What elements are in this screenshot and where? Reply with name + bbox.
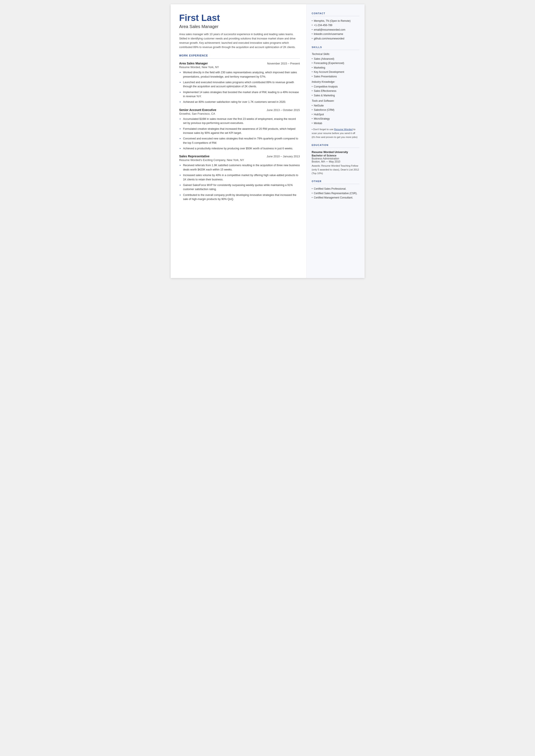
list-item: Accumulated $16M in sales revenue over t…: [179, 117, 300, 126]
list-item: +1-234-456-789: [312, 23, 359, 27]
job-1-title: Area Sales Manager: [179, 62, 208, 65]
skills-divider: [312, 50, 359, 50]
list-item: email@resumeworded.com: [312, 28, 359, 32]
skills-tools-list: NetSuite Salesforce (CRM) HubSpot MicroS…: [312, 103, 359, 126]
skills-technical-list: Sales (Advanced) Forecasting (Experience…: [312, 57, 359, 79]
name: First Last: [179, 13, 300, 23]
list-item: Contributed to the overall company profi…: [179, 193, 300, 202]
job-2-header: Senior Account Executive June 2013 – Oct…: [179, 108, 300, 112]
job-1: Area Sales Manager November 2015 – Prese…: [179, 62, 300, 104]
job-1-company: Resume Worded, New York, NY: [179, 66, 300, 69]
left-column: First Last Area Sales Manager Area sales…: [171, 4, 306, 278]
list-item: Memphis, TN (Open to Remote): [312, 19, 359, 23]
list-item: Sales Effectiveness: [312, 89, 359, 93]
skills-title: SKILLS: [312, 46, 359, 48]
edu-location: Boston, MA — May 2010: [312, 160, 359, 163]
list-item: Sales & Marketing: [312, 93, 359, 98]
promo-text: • Don't forget to use Resume Worded to s…: [312, 127, 359, 139]
job-1-header: Area Sales Manager November 2015 – Prese…: [179, 62, 300, 65]
list-item: Conceived and executed new sales strateg…: [179, 137, 300, 145]
list-item: Implemented 14 sales strategies that boo…: [179, 90, 300, 99]
list-item: Sales Presentations: [312, 74, 359, 79]
skills-industry-label: Industry Knowledge:: [312, 80, 359, 83]
education-title: EDUCATION: [312, 144, 359, 146]
job-3-title: Sales Representative: [179, 154, 210, 158]
right-column: CONTACT Memphis, TN (Open to Remote) +1-…: [306, 4, 365, 278]
resume-document: First Last Area Sales Manager Area sales…: [171, 4, 365, 278]
list-item: Forecasting (Experienced): [312, 61, 359, 65]
list-item: github.com/resumeworded: [312, 37, 359, 41]
list-item: Achieved a productivity milestone by pro…: [179, 147, 300, 151]
list-item: HubSpot: [312, 112, 359, 117]
list-item: MicroStrategy: [312, 117, 359, 121]
list-item: Competitive Analysis: [312, 84, 359, 89]
list-item: Increased sales volume by 40% in a compe…: [179, 173, 300, 182]
other-list: Certified Sales Professional. Certified …: [312, 187, 359, 200]
list-item: Formulated creative strategies that incr…: [179, 127, 300, 135]
summary: Area sales manager with 10 years of succ…: [179, 32, 300, 49]
list-item: Sales (Advanced): [312, 57, 359, 61]
job-3: Sales Representative June 2010 – January…: [179, 154, 300, 201]
job-2-bullets: Accumulated $16M in sales revenue over t…: [179, 117, 300, 151]
job-3-company: Resume Worded's Exciting Company, New Yo…: [179, 158, 300, 162]
skills-industry-list: Competitive Analysis Sales Effectiveness…: [312, 84, 359, 98]
job-2-company: Growthsi, San Francisco, CA: [179, 112, 300, 115]
list-item: Salesforce (CRM): [312, 108, 359, 112]
list-item: NetSuite: [312, 103, 359, 108]
contact-divider: [312, 16, 359, 16]
job-2-title: Senior Account Executive: [179, 108, 216, 112]
education-divider: [312, 148, 359, 148]
list-item: Gained SalesForce MVP for consistently s…: [179, 183, 300, 192]
list-item: Certified Sales Professional.: [312, 187, 359, 191]
job-2: Senior Account Executive June 2013 – Oct…: [179, 108, 300, 151]
edu-awards: Awards: Resume Worded Teaching Fellow (o…: [312, 164, 359, 175]
job-1-bullets: Worked directly in the field with 230 sa…: [179, 70, 300, 104]
skills-technical-label: Technical Skills:: [312, 53, 359, 56]
edu-field: Business Administration: [312, 157, 359, 160]
contact-list: Memphis, TN (Open to Remote) +1-234-456-…: [312, 19, 359, 41]
job-3-dates: June 2010 – January 2013: [267, 155, 300, 158]
job-2-dates: June 2013 – October 2015: [267, 108, 300, 112]
list-item: Key Account Development: [312, 70, 359, 74]
list-item: Marketing: [312, 66, 359, 70]
job-3-bullets: Received referrals from 1.9K satisfied c…: [179, 163, 300, 201]
edu-school: Resume Worded University: [312, 151, 359, 154]
job-title-header: Area Sales Manager: [179, 24, 300, 29]
skills-tools-label: Tools and Software:: [312, 99, 359, 102]
list-item: Worked directly in the field with 230 sa…: [179, 70, 300, 79]
list-item: Launched and executed innovative sales p…: [179, 80, 300, 89]
list-item: Minitab: [312, 121, 359, 126]
list-item: Certified Management Consultant.: [312, 195, 359, 200]
job-1-dates: November 2015 – Present: [267, 62, 300, 65]
job-3-header: Sales Representative June 2010 – January…: [179, 154, 300, 158]
edu-degree: Bachelor of Science: [312, 154, 359, 157]
list-item: Achieved an 80% customer satisfaction ra…: [179, 100, 300, 104]
list-item: Certified Sales Representative (CSR).: [312, 191, 359, 195]
contact-title: CONTACT: [312, 12, 359, 14]
list-item: linkedin.com/in/username: [312, 32, 359, 36]
work-experience-title: WORK EXPERIENCE: [179, 54, 300, 57]
other-title: OTHER: [312, 180, 359, 182]
work-experience-divider: [179, 58, 300, 59]
list-item: Received referrals from 1.9K satisfied c…: [179, 163, 300, 172]
promo-link[interactable]: Resume Worded: [334, 128, 353, 130]
other-divider: [312, 184, 359, 184]
